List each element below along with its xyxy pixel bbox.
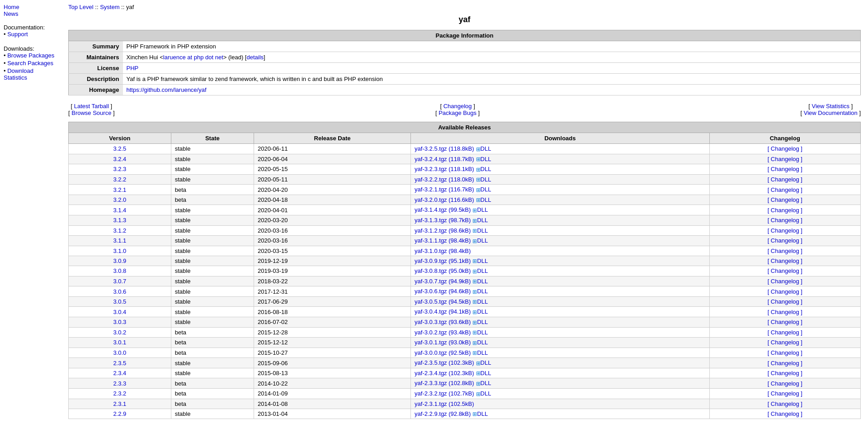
license-link[interactable]: PHP bbox=[127, 65, 139, 71]
download-link[interactable]: yaf-3.1.1.tgz (98.4kB) bbox=[415, 237, 471, 244]
download-link[interactable]: yaf-3.0.3.tgz (93.6kB) bbox=[415, 319, 471, 325]
version-link[interactable]: 3.0.9 bbox=[113, 257, 126, 264]
breadcrumb-system[interactable]: System bbox=[100, 4, 119, 10]
version-link[interactable]: 3.1.2 bbox=[113, 227, 126, 234]
version-link[interactable]: 2.2.9 bbox=[113, 410, 126, 417]
version-link[interactable]: 2.3.1 bbox=[113, 400, 126, 407]
changelog-version-link[interactable]: [ Changelog ] bbox=[768, 380, 802, 387]
dll-link[interactable]: DLL bbox=[477, 257, 488, 264]
changelog-version-link[interactable]: [ Changelog ] bbox=[768, 156, 802, 162]
changelog-version-link[interactable]: [ Changelog ] bbox=[768, 390, 802, 397]
download-link[interactable]: yaf-3.0.8.tgz (95.0kB) bbox=[415, 267, 471, 274]
download-statistics-link[interactable]: Download Statistics bbox=[4, 67, 33, 81]
download-link[interactable]: yaf-2.2.9.tgz (92.8kB) bbox=[415, 410, 471, 417]
search-packages-link[interactable]: Search Packages bbox=[7, 60, 53, 67]
version-link[interactable]: 2.3.5 bbox=[113, 360, 126, 367]
changelog-version-link[interactable]: [ Changelog ] bbox=[768, 237, 802, 244]
version-link[interactable]: 3.0.2 bbox=[113, 329, 126, 336]
changelog-version-link[interactable]: [ Changelog ] bbox=[768, 370, 802, 376]
download-link[interactable]: yaf-3.1.3.tgz (98.7kB) bbox=[415, 217, 471, 224]
download-link[interactable]: yaf-3.2.5.tgz (118.8kB) bbox=[415, 145, 474, 152]
version-link[interactable]: 3.2.2 bbox=[113, 176, 126, 183]
changelog-version-link[interactable]: [ Changelog ] bbox=[768, 145, 802, 152]
browse-source-link[interactable]: Browse Source bbox=[71, 110, 111, 116]
version-link[interactable]: 3.1.3 bbox=[113, 217, 126, 224]
dll-link[interactable]: DLL bbox=[477, 339, 488, 346]
dll-link[interactable]: DLL bbox=[477, 319, 488, 325]
dll-link[interactable]: DLL bbox=[477, 308, 488, 315]
download-link[interactable]: yaf-3.0.2.tgz (93.4kB) bbox=[415, 329, 471, 336]
changelog-version-link[interactable]: [ Changelog ] bbox=[768, 329, 802, 336]
version-link[interactable]: 2.3.4 bbox=[113, 370, 126, 376]
changelog-version-link[interactable]: [ Changelog ] bbox=[768, 248, 802, 254]
download-link[interactable]: yaf-3.0.7.tgz (94.9kB) bbox=[415, 278, 471, 285]
homepage-link[interactable]: https://github.com/laruence/yaf bbox=[127, 86, 207, 93]
download-link[interactable]: yaf-2.3.3.tgz (102.8kB) bbox=[415, 380, 474, 386]
maintainer-details-link[interactable]: details bbox=[246, 54, 264, 61]
dll-link[interactable]: DLL bbox=[477, 278, 488, 285]
dll-link[interactable]: DLL bbox=[481, 156, 491, 162]
download-link[interactable]: yaf-3.0.1.tgz (93.0kB) bbox=[415, 339, 471, 346]
version-link[interactable]: 2.3.3 bbox=[113, 380, 126, 387]
dll-link[interactable]: DLL bbox=[481, 196, 491, 203]
version-link[interactable]: 3.0.5 bbox=[113, 298, 126, 305]
changelog-version-link[interactable]: [ Changelog ] bbox=[768, 298, 802, 305]
download-link[interactable]: yaf-3.2.1.tgz (116.7kB) bbox=[415, 186, 474, 193]
support-link[interactable]: Support bbox=[7, 31, 28, 38]
version-link[interactable]: 3.0.0 bbox=[113, 349, 126, 356]
download-link[interactable]: yaf-3.2.2.tgz (118.0kB) bbox=[415, 176, 474, 183]
dll-link[interactable]: DLL bbox=[477, 267, 488, 274]
download-link[interactable]: yaf-3.2.3.tgz (118.1kB) bbox=[415, 166, 474, 172]
version-link[interactable]: 3.0.8 bbox=[113, 267, 126, 274]
download-link[interactable]: yaf-3.1.4.tgz (99.5kB) bbox=[415, 206, 471, 213]
dll-link[interactable]: DLL bbox=[477, 329, 488, 336]
dll-link[interactable]: DLL bbox=[477, 288, 488, 295]
version-link[interactable]: 3.0.3 bbox=[113, 319, 126, 325]
changelog-version-link[interactable]: [ Changelog ] bbox=[768, 288, 802, 295]
version-link[interactable]: 3.0.6 bbox=[113, 288, 126, 295]
dll-link[interactable]: DLL bbox=[481, 390, 491, 397]
dll-link[interactable]: DLL bbox=[481, 370, 491, 376]
changelog-version-link[interactable]: [ Changelog ] bbox=[768, 319, 802, 325]
download-link[interactable]: yaf-3.1.0.tgz (98.4kB) bbox=[415, 248, 471, 254]
version-link[interactable]: 3.2.1 bbox=[113, 186, 126, 193]
changelog-version-link[interactable]: [ Changelog ] bbox=[768, 400, 802, 407]
changelog-link[interactable]: Changelog bbox=[443, 103, 472, 110]
changelog-version-link[interactable]: [ Changelog ] bbox=[768, 186, 802, 193]
changelog-version-link[interactable]: [ Changelog ] bbox=[768, 267, 802, 274]
version-link[interactable]: 3.2.5 bbox=[113, 145, 126, 152]
home-link[interactable]: Home bbox=[4, 4, 19, 10]
changelog-version-link[interactable]: [ Changelog ] bbox=[768, 166, 802, 172]
download-link[interactable]: yaf-3.2.0.tgz (116.6kB) bbox=[415, 196, 474, 203]
news-link[interactable]: News bbox=[4, 10, 19, 17]
dll-link[interactable]: DLL bbox=[477, 237, 488, 244]
dll-link[interactable]: DLL bbox=[481, 380, 491, 386]
version-link[interactable]: 3.2.4 bbox=[113, 156, 126, 162]
version-link[interactable]: 3.2.0 bbox=[113, 196, 126, 203]
dll-link[interactable]: DLL bbox=[481, 166, 491, 172]
dll-link[interactable]: DLL bbox=[477, 217, 488, 224]
download-link[interactable]: yaf-3.0.4.tgz (94.1kB) bbox=[415, 308, 471, 315]
latest-tarball-link[interactable]: Latest Tarball bbox=[74, 103, 109, 110]
changelog-version-link[interactable]: [ Changelog ] bbox=[768, 339, 802, 346]
download-link[interactable]: yaf-3.2.4.tgz (118.7kB) bbox=[415, 156, 474, 162]
download-link[interactable]: yaf-3.0.6.tgz (94.6kB) bbox=[415, 288, 471, 295]
dll-link[interactable]: DLL bbox=[477, 349, 488, 356]
dll-link[interactable]: DLL bbox=[477, 206, 488, 213]
download-link[interactable]: yaf-2.3.5.tgz (102.3kB) bbox=[415, 359, 474, 366]
dll-link[interactable]: DLL bbox=[477, 410, 488, 417]
dll-link[interactable]: DLL bbox=[481, 145, 491, 152]
dll-link[interactable]: DLL bbox=[481, 176, 491, 183]
download-link[interactable]: yaf-3.1.2.tgz (98.6kB) bbox=[415, 227, 471, 234]
changelog-version-link[interactable]: [ Changelog ] bbox=[768, 207, 802, 214]
changelog-version-link[interactable]: [ Changelog ] bbox=[768, 278, 802, 285]
download-link[interactable]: yaf-2.3.2.tgz (102.7kB) bbox=[415, 390, 474, 397]
maintainer-email-link[interactable]: laruence at php dot net bbox=[163, 54, 223, 61]
download-link[interactable]: yaf-3.0.0.tgz (92.5kB) bbox=[415, 349, 471, 356]
browse-packages-link[interactable]: Browse Packages bbox=[7, 52, 54, 59]
package-bugs-link[interactable]: Package Bugs bbox=[439, 110, 476, 116]
version-link[interactable]: 3.1.1 bbox=[113, 237, 126, 244]
changelog-version-link[interactable]: [ Changelog ] bbox=[768, 257, 802, 264]
download-link[interactable]: yaf-2.3.1.tgz (102.5kB) bbox=[415, 400, 474, 407]
version-link[interactable]: 3.0.4 bbox=[113, 309, 126, 315]
